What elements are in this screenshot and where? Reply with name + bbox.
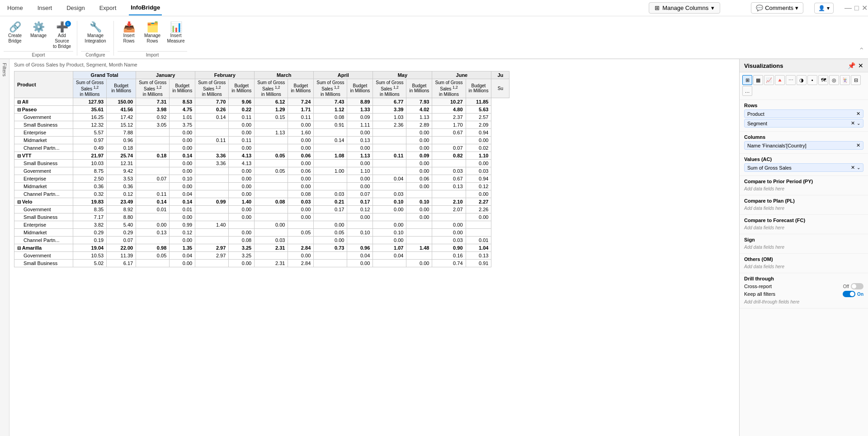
row-label-cell: Midmarket (14, 182, 73, 190)
ribbon-expand-icon[interactable]: ⌃ (859, 46, 864, 55)
name-field-x-icon[interactable]: ✕ (856, 142, 860, 148)
table-cell (373, 128, 406, 136)
table-cell: 0.00 (347, 182, 373, 190)
window-maximize-icon[interactable]: □ (854, 4, 859, 12)
segment-field-x-icon[interactable]: ✕ (851, 120, 855, 126)
manage-integration-button[interactable]: 🔧 ManageIntegration (81, 20, 110, 46)
table-cell: 0.00 (288, 213, 314, 221)
name-field-chip[interactable]: Name 'Financials'[Country] ✕ (744, 141, 863, 150)
table-cell: 0.32 (73, 190, 107, 198)
comments-button[interactable]: 💬 Comments ▾ (751, 2, 803, 14)
window-minimize-icon[interactable]: — (844, 4, 852, 12)
table-cell: 0.07 (136, 175, 170, 182)
mar-budget-header: Budgetin Millions (288, 79, 314, 98)
vis-pie-icon[interactable]: ◑ (797, 75, 807, 85)
keep-filters-toggle[interactable]: On (843, 291, 863, 297)
vis-scatter-icon[interactable]: ⋯ (786, 75, 796, 85)
manage-button[interactable]: ⚙️ Manage (27, 20, 50, 40)
cross-report-toggle[interactable]: Off (843, 283, 863, 289)
expand-icon[interactable]: ⊟ (17, 199, 22, 204)
comments-icon: 💬 (756, 5, 763, 11)
table-cell (373, 167, 406, 175)
others-placeholder[interactable]: Add data fields here (744, 263, 863, 270)
vis-matrix-icon[interactable]: ⊞ (742, 75, 752, 85)
table-cell: 0.00 (229, 228, 255, 236)
table-cell: 0.67 (432, 128, 466, 136)
product-field-x-icon[interactable]: ✕ (856, 111, 860, 117)
nav-design[interactable]: Design (65, 1, 86, 15)
jun-budget-header: Budgetin Millions (466, 79, 491, 98)
table-cell (195, 228, 229, 236)
vis-line-icon[interactable]: 📈 (764, 75, 774, 85)
compare-prior-placeholder[interactable]: Add data fields here (744, 185, 863, 192)
march-header: March (255, 71, 314, 79)
table-cell: 0.19 (73, 236, 107, 244)
ribbon-group-export-label: Export (4, 51, 73, 58)
nav-home[interactable]: Home (5, 1, 25, 15)
expand-icon[interactable]: ⊟ (17, 153, 22, 158)
table-cell: 1.01 (170, 113, 195, 121)
product-field-chip[interactable]: Product ✕ (744, 109, 863, 118)
nav-infobridge[interactable]: InfoBridge (129, 0, 162, 15)
drill-through-placeholder[interactable]: Add drill-through fields here (744, 299, 863, 305)
table-cell (406, 236, 432, 244)
window-close-icon[interactable]: ✕ (862, 4, 868, 12)
vis-bar-icon[interactable]: ▦ (753, 75, 763, 85)
table-cell: 0.67 (432, 175, 466, 182)
nav-insert[interactable]: Insert (36, 1, 54, 15)
table-cell: 5.02 (73, 259, 107, 267)
insert-measure-button[interactable]: 📊 InsertMeasure (165, 20, 187, 46)
vis-table-icon[interactable]: ⊟ (851, 75, 861, 85)
row-label-cell: Government (14, 205, 73, 213)
table-scroll-container[interactable]: Product Grand Total January February Mar… (14, 71, 735, 267)
table-cell: 0.12 (466, 182, 491, 190)
table-cell: 2.07 (432, 205, 466, 213)
vis-treemap-icon[interactable]: ▪ (807, 75, 817, 85)
vis-area-icon[interactable]: 🔺 (775, 75, 785, 85)
sign-placeholder[interactable]: Add data fields here (744, 244, 863, 251)
vis-more-icon[interactable]: … (742, 86, 752, 96)
ribbon-group-configure-label: Configure (81, 51, 110, 58)
table-cell: 0.00 (347, 159, 373, 167)
table-cell: 4.13 (229, 152, 255, 159)
insert-rows-button[interactable]: 📥 InsertRows (118, 20, 140, 46)
table-cell (255, 213, 288, 221)
expand-icon[interactable]: ⊟ (17, 100, 22, 104)
table-cell: 0.00 (229, 182, 255, 190)
table-cell: 0.06 (288, 152, 314, 159)
compare-forecast-placeholder[interactable]: Add data fields here (744, 224, 863, 231)
may-header: May (373, 71, 432, 79)
user-button[interactable]: 👤 ▾ (814, 3, 834, 14)
filters-panel[interactable]: Filters (0, 59, 9, 436)
vis-gauge-icon[interactable]: ◎ (829, 75, 839, 85)
manage-rows-button[interactable]: 🗂️ ManageRows (141, 20, 164, 46)
row-label-cell: Small Business (14, 213, 73, 221)
panel-close-icon[interactable]: ✕ (858, 62, 863, 69)
cross-report-switch[interactable] (851, 283, 863, 289)
vis-card-icon[interactable]: 🃏 (840, 75, 850, 85)
table-cell: 0.10 (373, 198, 406, 205)
filters-label: Filters (2, 63, 7, 76)
expand-icon[interactable]: ⊟ (17, 246, 22, 251)
panel-pin-icon[interactable]: 📌 (848, 62, 855, 69)
nav-export[interactable]: Export (98, 1, 118, 15)
table-cell: 2.10 (432, 198, 466, 205)
table-cell: 23.49 (107, 198, 136, 205)
vis-map-icon[interactable]: 🗺 (818, 75, 828, 85)
manage-columns-button[interactable]: ⊞ Manage Columns ▾ (649, 2, 720, 14)
compare-plan-placeholder[interactable]: Add data fields here (744, 205, 863, 212)
keep-filters-switch[interactable] (843, 291, 855, 297)
gt-gross-sales-header: Sum of GrossSales 1,2in Millions (73, 79, 107, 98)
gross-sales-field-chip[interactable]: Sum of Gross Sales ✕ ⌄ (744, 163, 863, 172)
table-cell: 11.39 (107, 251, 136, 259)
add-source-button[interactable]: ➕ 1 Add Sourceto Bridge (51, 20, 73, 51)
table-cell: 1.10 (347, 167, 373, 175)
gross-sales-field-x-icon[interactable]: ✕ (851, 165, 855, 171)
table-cell: 3.05 (136, 121, 170, 128)
table-cell: 1.13 (255, 128, 288, 136)
expand-icon[interactable]: ⊟ (17, 107, 22, 112)
grand-total-header: Grand Total (73, 71, 136, 79)
create-bridge-button[interactable]: 🔗 CreateBridge (4, 20, 26, 46)
table-cell: 0.17 (347, 198, 373, 205)
segment-field-chip[interactable]: Segment ✕ ⌄ (744, 119, 863, 128)
